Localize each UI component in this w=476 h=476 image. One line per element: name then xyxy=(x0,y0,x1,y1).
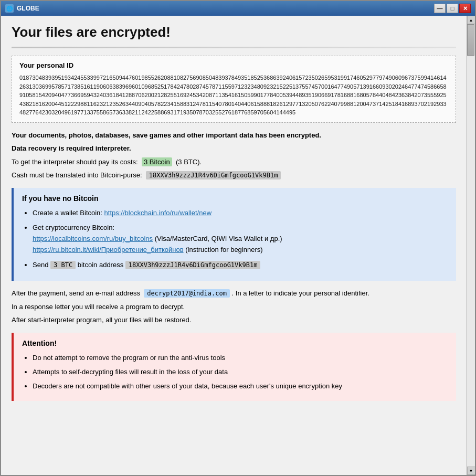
create-wallet-label: Create a wallet Bitcoin: xyxy=(33,209,104,217)
attention-section: Attention! Do not attempt to remove the … xyxy=(12,333,456,401)
localbitcoins-link[interactable]: https://localbitcoins.com/ru/buy_bitcoin… xyxy=(33,235,153,242)
attention-text-3: Decoders are not compatible with other u… xyxy=(33,382,342,390)
personal-id-box: Your personal ID 01873048393951934245533… xyxy=(12,56,456,123)
attention-text-1: Do not attempt to remove the program or … xyxy=(33,354,225,362)
send-label: Send xyxy=(33,261,50,269)
after-payment-line2: In a response letter you will receive a … xyxy=(12,302,456,312)
window-icon: 🌐 xyxy=(5,4,14,13)
title-bar-left: 🌐 GLOBE xyxy=(5,4,39,13)
email-address: decrypt2017@india.com xyxy=(144,289,230,298)
send-btc-amount: 3 BTC xyxy=(50,261,76,269)
personal-id-label: Your personal ID xyxy=(19,61,448,69)
cost-line: To get the interpreter should pay its co… xyxy=(12,157,456,167)
scroll-thumb[interactable] xyxy=(467,24,474,56)
title-bar: 🌐 GLOBE — □ ✕ xyxy=(1,1,475,16)
send-wallet-address: 18XXV3h9zzzJ1R4v6DiGmfgcooG1Vk9B1m xyxy=(125,261,261,269)
bitcoin-wiki-link[interactable]: https://ru.bitcoin.it/wiki/Приобретение_… xyxy=(33,246,184,253)
window-title: GLOBE xyxy=(17,5,39,12)
attention-item-2: Attempts to self-decrypting files will r… xyxy=(33,367,448,378)
main-window: 🌐 GLOBE — □ ✕ Your files are encrypted! … xyxy=(0,0,476,476)
attention-item-3: Decoders are not compatible with other u… xyxy=(33,381,448,392)
title-controls: — □ ✕ xyxy=(434,4,471,13)
blue-section-list: Create a wallet Bitcoin: https://blockch… xyxy=(22,208,448,271)
main-heading: Your files are encrypted! xyxy=(12,24,456,40)
minimize-button[interactable]: — xyxy=(434,4,446,13)
blue-section-title: If you have no Bitcoin xyxy=(22,194,448,203)
cost-value: 3 Bitcoin xyxy=(142,157,172,166)
scroll-track[interactable] xyxy=(467,24,475,467)
wallet-line: Cash must be translated into Bitcoin-pur… xyxy=(12,170,456,181)
scroll-down-arrow[interactable]: ▼ xyxy=(467,467,475,475)
attention-text-2: Attempts to self-decrypting files will r… xyxy=(33,368,228,376)
instruction-suffix: (instruction for beginners) xyxy=(185,246,262,253)
after-payment-section: After the payment, send an e-mail addres… xyxy=(12,288,456,325)
maximize-button[interactable]: □ xyxy=(447,4,458,13)
blue-list-item-3: Send 3 BTC bitcoin address 18XXV3h9zzzJ1… xyxy=(33,260,448,271)
scrollbar[interactable]: ▲ ▼ xyxy=(467,16,475,475)
cost-label: To get the interpreter should pay its co… xyxy=(12,158,138,166)
main-content: Your files are encrypted! Your personal … xyxy=(1,16,467,475)
paragraph2: Data recovery is required interpreter. xyxy=(12,143,456,154)
visa-suffix: (Visa/MasterCard, QIWI Visa Wallet и др.… xyxy=(155,235,282,242)
wallet-label: Cash must be translated into Bitcoin-pur… xyxy=(12,171,142,179)
blue-section: If you have no Bitcoin Create a wallet B… xyxy=(12,188,456,281)
attention-title: Attention! xyxy=(22,339,448,347)
wallet-address: 18XXV3h9zzzJ1R4v6DiGmfgcooG1Vk9B1m xyxy=(146,171,281,179)
after-payment-line3: After start-interpreter program, all you… xyxy=(12,315,456,325)
after-payment-line1: After the payment, send an e-mail addres… xyxy=(12,288,456,299)
get-crypto-label: Get cryptocurrency Bitcoin: xyxy=(33,224,114,231)
blue-list-item-2: Get cryptocurrency Bitcoin: https://loca… xyxy=(33,223,448,255)
bitcoin-address-label: bitcoin address xyxy=(78,261,125,269)
after-payment-suffix: . In a letter to indicate your personal … xyxy=(232,289,369,297)
attention-list: Do not attempt to remove the program or … xyxy=(22,353,448,392)
blue-list-item-1: Create a wallet Bitcoin: https://blockch… xyxy=(33,208,448,219)
attention-item-1: Do not attempt to remove the program or … xyxy=(33,353,448,364)
paragraph1: Your documents, photos, databases, save … xyxy=(12,130,456,141)
scroll-up-arrow[interactable]: ▲ xyxy=(467,16,475,24)
close-button[interactable]: ✕ xyxy=(459,4,471,13)
divider xyxy=(12,47,456,48)
personal-id-value: 0187304839395193424553399721650944760198… xyxy=(19,73,448,117)
blockchain-link[interactable]: https://blockchain.info/ru/wallet/new xyxy=(104,209,212,217)
scrollbar-area: Your files are encrypted! Your personal … xyxy=(1,16,475,475)
after-payment-prefix: After the payment, send an e-mail addres… xyxy=(12,289,140,297)
cost-btc: (3 BTC). xyxy=(176,158,202,166)
